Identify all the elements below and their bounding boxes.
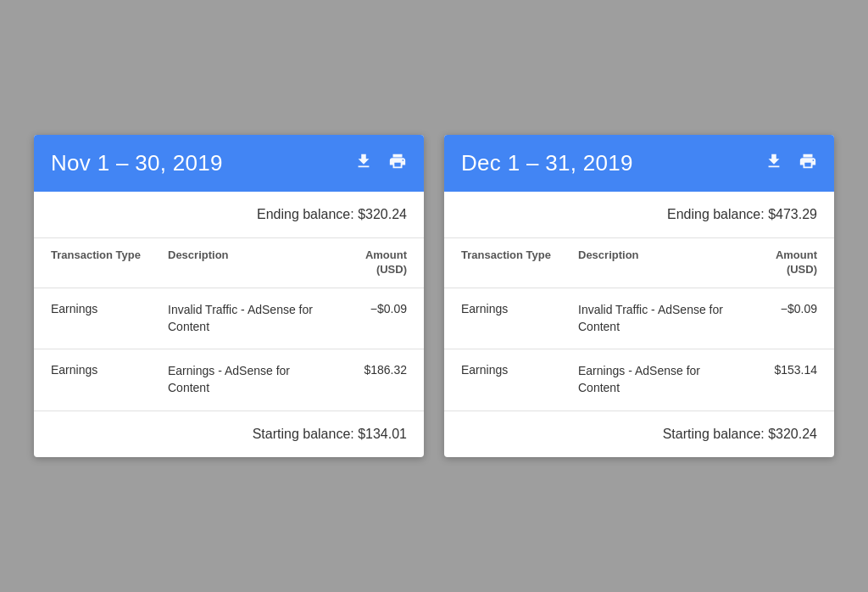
transaction-amount: −$0.09 bbox=[322, 302, 407, 316]
transaction-description: Earnings - AdSense for Content bbox=[168, 363, 315, 396]
col-header-amount: Amount(USD) bbox=[732, 249, 817, 277]
download-icon[interactable] bbox=[765, 152, 783, 176]
transaction-description: Invalid Traffic - AdSense for Content bbox=[168, 302, 315, 335]
transaction-amount: −$0.09 bbox=[732, 302, 817, 316]
col-header-amount: Amount(USD) bbox=[322, 249, 407, 277]
col-header-description: Description bbox=[168, 249, 315, 277]
transaction-description: Earnings - AdSense for Content bbox=[578, 363, 726, 396]
transaction-type: Earnings bbox=[461, 302, 571, 316]
statements-container: Nov 1 – 30, 2019Ending balance: $320.24T… bbox=[34, 135, 834, 456]
starting-balance: Starting balance: $134.01 bbox=[34, 411, 424, 457]
transaction-amount: $153.14 bbox=[732, 363, 817, 377]
download-icon[interactable] bbox=[354, 152, 373, 176]
header-icons bbox=[354, 152, 407, 176]
col-header-type: Transaction Type bbox=[461, 249, 571, 277]
transaction-description: Invalid Traffic - AdSense for Content bbox=[578, 302, 726, 335]
table-row: EarningsEarnings - AdSense for Content$1… bbox=[444, 349, 834, 410]
transaction-amount: $186.32 bbox=[322, 363, 407, 377]
statement-card-dec-2019: Dec 1 – 31, 2019Ending balance: $473.29T… bbox=[444, 135, 834, 456]
table-row: EarningsInvalid Traffic - AdSense for Co… bbox=[444, 288, 834, 349]
card-header: Nov 1 – 30, 2019 bbox=[34, 135, 424, 192]
table-row: EarningsEarnings - AdSense for Content$1… bbox=[34, 349, 424, 410]
card-title: Dec 1 – 31, 2019 bbox=[461, 150, 633, 176]
print-icon[interactable] bbox=[798, 152, 817, 176]
transaction-type: Earnings bbox=[51, 363, 161, 377]
table-row: EarningsInvalid Traffic - AdSense for Co… bbox=[34, 288, 424, 349]
statement-card-nov-2019: Nov 1 – 30, 2019Ending balance: $320.24T… bbox=[34, 135, 424, 456]
starting-balance: Starting balance: $320.24 bbox=[444, 411, 834, 457]
col-header-description: Description bbox=[578, 249, 726, 277]
transaction-type: Earnings bbox=[51, 302, 161, 316]
card-title: Nov 1 – 30, 2019 bbox=[51, 150, 223, 176]
card-header: Dec 1 – 31, 2019 bbox=[444, 135, 834, 192]
column-headers: Transaction TypeDescriptionAmount(USD) bbox=[444, 238, 834, 288]
header-icons bbox=[765, 152, 817, 176]
print-icon[interactable] bbox=[388, 152, 407, 176]
col-header-type: Transaction Type bbox=[51, 249, 161, 277]
transaction-type: Earnings bbox=[461, 363, 571, 377]
ending-balance: Ending balance: $320.24 bbox=[34, 192, 424, 238]
ending-balance: Ending balance: $473.29 bbox=[444, 192, 834, 238]
column-headers: Transaction TypeDescriptionAmount(USD) bbox=[34, 238, 424, 288]
